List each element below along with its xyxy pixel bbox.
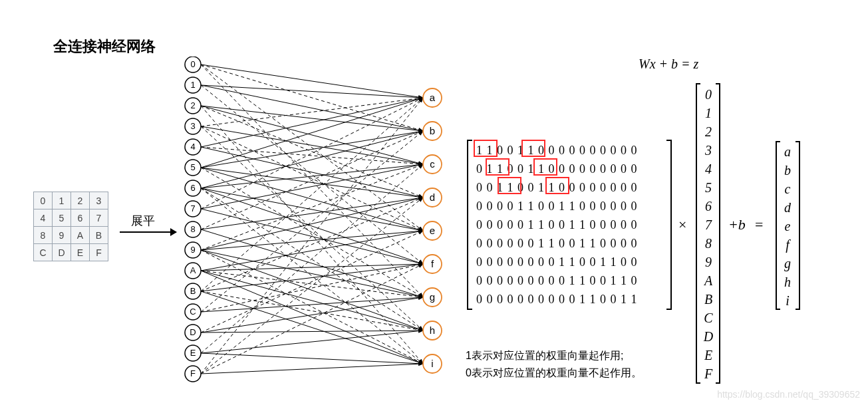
svg-line-11: [201, 198, 423, 291]
w-matrix-row: 0 0 0 0 0 0 0 0 1 1 0 0 1 1 0 0: [476, 253, 638, 271]
plus-b: +b: [728, 216, 746, 233]
grid-cell: C: [34, 244, 53, 261]
svg-line-13: [201, 65, 423, 231]
svg-text:5: 5: [190, 162, 195, 172]
grid-cell: 3: [90, 192, 108, 209]
w-matrix-row: 1 1 0 0 1 1 0 0 0 0 0 0 0 0 0 0: [476, 141, 638, 160]
highlight-box: [474, 140, 498, 157]
svg-line-48: [201, 188, 423, 264]
z-vec-cell: d: [781, 198, 794, 217]
flatten-label: 展平: [131, 213, 155, 229]
svg-line-4: [201, 65, 423, 131]
w-matrix-row: 0 0 0 0 0 0 0 0 0 0 1 1 0 0 1 1: [476, 290, 638, 309]
grid-cell: 6: [71, 209, 90, 227]
x-vec-cell: 2: [702, 122, 715, 141]
z-vec-cell: e: [781, 217, 794, 235]
svg-line-46: [201, 231, 423, 250]
flatten-arrow: [120, 231, 176, 233]
svg-line-10: [201, 106, 423, 198]
z-vec-cell: a: [781, 142, 794, 161]
svg-line-26: [201, 188, 423, 364]
x-vec-cell: E: [702, 346, 715, 364]
svg-line-38: [201, 164, 423, 188]
svg-text:g: g: [430, 291, 435, 303]
w-bracket-right: [666, 140, 672, 310]
svg-line-21: [201, 271, 423, 297]
svg-text:4: 4: [190, 142, 195, 152]
x-vec-cell: 7: [702, 215, 715, 234]
svg-line-33: [201, 106, 423, 131]
x-bracket-right: [716, 83, 720, 384]
z-vec-cell: c: [781, 180, 794, 198]
svg-line-54: [201, 297, 423, 312]
svg-text:F: F: [190, 368, 196, 378]
grid-cell: B: [90, 227, 108, 244]
x-vec-cell: A: [702, 271, 715, 290]
grid-cell: 8: [34, 227, 53, 244]
svg-text:8: 8: [190, 224, 195, 234]
svg-text:b: b: [430, 125, 435, 136]
svg-text:E: E: [190, 348, 196, 358]
equation-text: Wx + b = z: [639, 57, 698, 72]
z-vec-cell: h: [781, 273, 794, 291]
w-matrix-row: 0 0 0 0 0 0 1 1 0 0 1 1 0 0 0 0: [476, 234, 638, 253]
z-vec-cell: b: [781, 161, 794, 180]
svg-text:6: 6: [190, 183, 195, 193]
explanation-text: 1表示对应位置的权重向量起作用; 0表示对应位置的权重向量不起作用。: [466, 347, 642, 382]
svg-line-58: [201, 331, 423, 333]
z-bracket-left: [776, 141, 780, 310]
grid-cell: 0: [34, 192, 53, 209]
grid-cell: 7: [90, 209, 108, 227]
w-matrix-row: 0 0 0 0 1 1 0 0 1 1 0 0 0 0 0 0: [476, 197, 638, 215]
grid-cell: D: [53, 244, 71, 261]
highlight-box: [486, 158, 509, 176]
svg-line-62: [201, 353, 423, 364]
grid-cell: 9: [53, 227, 71, 244]
x-vec-cell: F: [702, 364, 715, 383]
highlight-box: [521, 140, 545, 157]
svg-text:e: e: [430, 225, 435, 236]
svg-line-16: [201, 85, 423, 264]
x-vec-cell: 1: [702, 104, 715, 122]
svg-text:h: h: [430, 325, 435, 336]
svg-line-18: [201, 264, 423, 374]
equals-symbol: =: [755, 216, 763, 233]
x-bracket-left: [696, 83, 700, 384]
grid-cell: F: [90, 244, 108, 261]
svg-line-37: [201, 126, 423, 164]
grid-cell: 1: [53, 192, 71, 209]
w-bracket-left: [467, 140, 472, 310]
explain-line-1: 1表示对应位置的权重向量起作用;: [466, 347, 642, 364]
svg-line-44: [201, 168, 423, 231]
svg-text:B: B: [190, 286, 196, 296]
x-vec-cell: 6: [702, 197, 715, 215]
x-vec-cell: 5: [702, 178, 715, 197]
highlight-box: [533, 158, 557, 176]
grid-cell: 4: [34, 209, 53, 227]
z-vec-cell: g: [781, 254, 794, 273]
w-matrix-row: 0 0 0 0 0 1 1 0 0 1 1 0 0 0 0 0: [476, 215, 638, 234]
z-bracket-right: [796, 141, 800, 310]
svg-text:a: a: [430, 92, 436, 103]
z-vec-cell: f: [781, 235, 794, 254]
svg-text:0: 0: [190, 59, 195, 69]
grid-cell: 5: [53, 209, 71, 227]
svg-line-63: [201, 364, 423, 374]
highlight-box: [498, 177, 521, 194]
highlight-box: [545, 177, 569, 194]
svg-line-57: [201, 271, 423, 331]
svg-text:3: 3: [190, 121, 195, 131]
grid-cell: 2: [71, 192, 90, 209]
svg-text:9: 9: [190, 245, 195, 255]
network-diagram: 0123456789ABCDEF abcdefghi: [180, 57, 446, 402]
matrix-area: 1 1 0 0 1 1 0 0 0 0 0 0 0 0 0 00 1 1 0 0…: [466, 140, 858, 346]
z-vector: abcdefghi: [781, 142, 794, 310]
w-matrix-row: 0 0 0 0 0 0 0 0 0 1 1 0 0 1 1 0: [476, 271, 638, 290]
svg-line-28: [201, 65, 423, 98]
svg-text:i: i: [431, 358, 433, 369]
x-vec-cell: D: [702, 327, 715, 346]
svg-text:c: c: [430, 158, 435, 170]
explain-line-2: 0表示对应位置的权重向量不起作用。: [466, 364, 642, 382]
grid-cell: A: [71, 227, 90, 244]
svg-text:7: 7: [190, 203, 195, 213]
